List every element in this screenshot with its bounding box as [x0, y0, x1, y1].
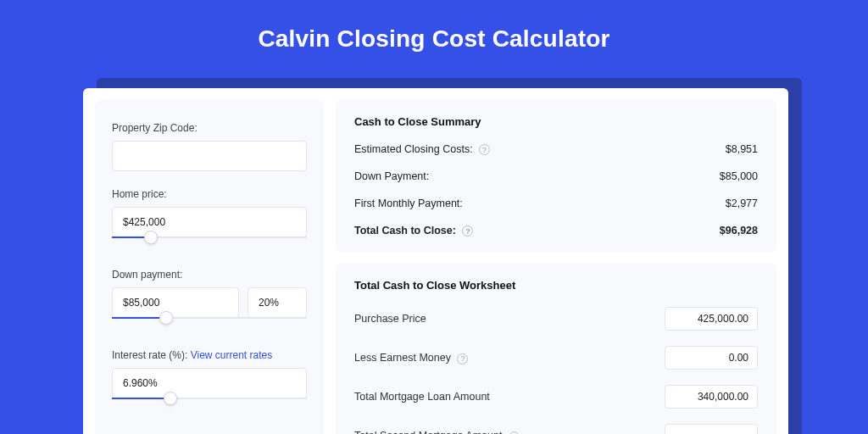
- summary-label-text: First Monthly Payment:: [354, 198, 463, 209]
- interest-input[interactable]: [112, 368, 307, 398]
- slider-fill: [112, 398, 170, 399]
- worksheet-box: Total Cash to Close Worksheet Purchase P…: [336, 264, 776, 434]
- worksheet-title: Total Cash to Close Worksheet: [354, 279, 758, 292]
- summary-label-text: Estimated Closing Costs:: [354, 143, 473, 155]
- ws-row-mortgage-amount: Total Mortgage Loan Amount: [354, 385, 758, 409]
- slider-fill: [112, 317, 166, 319]
- ws-value-input[interactable]: [665, 346, 758, 370]
- down-payment-label: Down payment:: [112, 269, 307, 281]
- summary-box: Cash to Close Summary Estimated Closing …: [336, 100, 776, 252]
- home-price-input[interactable]: [112, 207, 307, 237]
- ws-label-text: Total Mortgage Loan Amount: [354, 391, 490, 403]
- down-payment-input[interactable]: [112, 287, 239, 318]
- summary-row-closing-costs: Estimated Closing Costs: ? $8,951: [354, 143, 758, 155]
- zip-label: Property Zip Code:: [112, 122, 307, 134]
- summary-value: $2,977: [726, 198, 758, 209]
- calculator-card: Property Zip Code: Home price: Down paym…: [83, 88, 788, 434]
- help-icon[interactable]: ?: [457, 353, 468, 364]
- slider-thumb[interactable]: [164, 392, 177, 405]
- help-icon[interactable]: ?: [462, 225, 473, 236]
- summary-row-down-payment: Down Payment: $85,000: [354, 170, 758, 182]
- zip-group: Property Zip Code:: [112, 122, 307, 171]
- inputs-panel: Property Zip Code: Home price: Down paym…: [95, 100, 324, 434]
- ws-label-text: Purchase Price: [354, 313, 426, 325]
- summary-label: Estimated Closing Costs: ?: [354, 143, 490, 155]
- home-price-label: Home price:: [112, 188, 307, 200]
- ws-label-text: Less Earnest Money: [354, 352, 451, 364]
- help-icon[interactable]: ?: [509, 431, 520, 435]
- ws-row-second-mortgage: Total Second Mortgage Amount ?: [354, 424, 758, 434]
- summary-row-first-payment: First Monthly Payment: $2,977: [354, 198, 758, 209]
- interest-slider[interactable]: [112, 398, 307, 413]
- page-title: Calvin Closing Cost Calculator: [0, 0, 868, 76]
- summary-row-total: Total Cash to Close: ? $96,928: [354, 225, 758, 236]
- summary-value: $85,000: [720, 170, 758, 182]
- ws-label: Total Second Mortgage Amount ?: [354, 430, 520, 434]
- help-icon[interactable]: ?: [479, 144, 490, 155]
- interest-label-text: Interest rate (%):: [112, 349, 191, 361]
- slider-thumb[interactable]: [159, 311, 173, 325]
- ws-row-earnest-money: Less Earnest Money ?: [354, 346, 758, 370]
- results-panel: Cash to Close Summary Estimated Closing …: [336, 100, 776, 434]
- slider-thumb[interactable]: [144, 231, 158, 244]
- ws-value-input[interactable]: [665, 385, 758, 409]
- view-rates-link[interactable]: View current rates: [191, 349, 273, 361]
- home-price-slider[interactable]: [112, 236, 307, 252]
- interest-group: Interest rate (%): View current rates: [112, 349, 307, 413]
- interest-label: Interest rate (%): View current rates: [112, 349, 307, 361]
- ws-label-text: Total Second Mortgage Amount: [354, 430, 502, 434]
- ws-value-input[interactable]: [665, 424, 758, 434]
- ws-label: Less Earnest Money ?: [354, 352, 468, 364]
- ws-row-purchase-price: Purchase Price: [354, 307, 758, 331]
- down-payment-slider[interactable]: [112, 317, 307, 332]
- down-payment-group: Down payment:: [112, 269, 307, 332]
- home-price-group: Home price:: [112, 188, 307, 252]
- summary-total-label: Total Cash to Close: ?: [354, 225, 473, 236]
- zip-input[interactable]: [112, 141, 307, 171]
- summary-label-text: Total Cash to Close:: [354, 225, 456, 236]
- summary-total-value: $96,928: [720, 225, 758, 236]
- ws-value-input[interactable]: [665, 307, 758, 331]
- summary-label-text: Down Payment:: [354, 170, 429, 182]
- summary-title: Cash to Close Summary: [354, 115, 758, 128]
- down-payment-pct-input[interactable]: [248, 287, 307, 318]
- summary-value: $8,951: [726, 143, 758, 155]
